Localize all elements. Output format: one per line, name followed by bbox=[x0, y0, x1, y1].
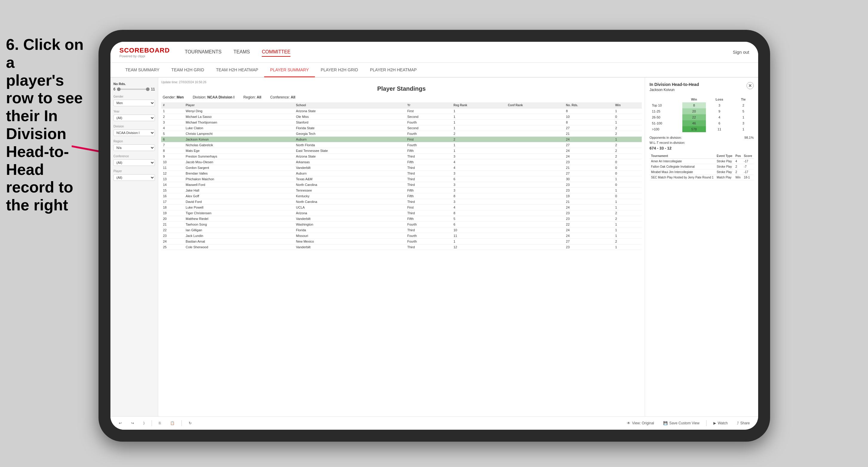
table-row[interactable]: 18 Luke Powell UCLA First 4 24 1 bbox=[161, 205, 642, 210]
table-row[interactable]: 2 Michael La Sasso Ole Miss Second 1 10 … bbox=[161, 114, 642, 120]
division-select[interactable]: NCAA Division I bbox=[114, 129, 155, 136]
filter-division: Division: NCAA Division I bbox=[193, 95, 235, 99]
no-rds-label: No Rds. bbox=[114, 82, 155, 86]
table-row[interactable]: 14 Maxwell Ford North Carolina Third 3 2… bbox=[161, 182, 642, 188]
table-row[interactable]: 6 Jackson Koivun Auburn First 2 24 1 bbox=[161, 137, 642, 142]
opponents-pct: 98.1% bbox=[744, 136, 754, 139]
copy-button[interactable]: ⎘ bbox=[156, 420, 163, 427]
list-item: SEC Match Play Hosted by Jerry Pate Roun… bbox=[650, 175, 754, 180]
share-button[interactable]: ⤴ Share bbox=[735, 420, 752, 427]
tourn-col-pos: Pos bbox=[734, 153, 742, 159]
list-item: Top 10 8 3 2 bbox=[650, 102, 754, 108]
table-row[interactable]: 7 Nicholas Gabrelcik North Florida Fourt… bbox=[161, 142, 642, 148]
gender-label: Gender bbox=[114, 95, 155, 98]
h2h-table: Win Loss Tie Top 10 8 3 2 11-25 20 9 5 2… bbox=[650, 96, 754, 132]
sign-out-button[interactable]: Sign out bbox=[733, 50, 749, 55]
wlt-record: 674 - 33 - 12 bbox=[650, 146, 754, 150]
year-label: Year bbox=[114, 110, 155, 113]
watch-button[interactable]: ▶ Watch bbox=[711, 420, 730, 427]
toolbar-sep-3 bbox=[706, 420, 707, 426]
tab-team-h2h-heatmap[interactable]: TEAM H2H HEATMAP bbox=[210, 63, 264, 77]
table-row[interactable]: 9 Preston Summerhays Arizona State Third… bbox=[161, 154, 642, 159]
table-row[interactable]: 17 David Ford North Carolina Third 3 21 … bbox=[161, 199, 642, 205]
col-win: Win bbox=[613, 102, 642, 108]
table-row[interactable]: 21 Taehoon Song Washington Fourth 6 22 1 bbox=[161, 222, 642, 227]
save-icon: 💾 bbox=[663, 421, 668, 425]
h2h-col-win: Win bbox=[682, 96, 706, 102]
undo-button[interactable]: ↩ bbox=[116, 420, 124, 427]
col-no-rds: No. Rds. bbox=[564, 102, 613, 108]
top-nav: SCOREBOARD Powered by clippi TOURNAMENTS… bbox=[111, 42, 758, 63]
save-custom-button[interactable]: 💾 Save Custom View bbox=[661, 420, 702, 427]
tourn-col-name: Tournament bbox=[650, 153, 715, 159]
toolbar-sep-1 bbox=[152, 420, 152, 426]
instruction-text: 6. Click on a player's row to see their … bbox=[0, 36, 95, 214]
conference-select[interactable]: (All) bbox=[114, 159, 155, 166]
nav-teams[interactable]: TEAMS bbox=[234, 48, 250, 57]
no-rds-slider[interactable] bbox=[117, 89, 150, 90]
player-select[interactable]: (All) bbox=[114, 174, 155, 181]
main-content: No Rds. 6 11 Gender Men Year (All) bbox=[111, 77, 758, 416]
table-row[interactable]: 24 Bastian Amat New Mexico Fourth 1 27 2 bbox=[161, 239, 642, 244]
sub-nav: TEAM SUMMARY TEAM H2H GRID TEAM H2H HEAT… bbox=[111, 63, 758, 77]
table-row[interactable]: 5 Christo Lamprecht Georgia Tech Fourth … bbox=[161, 131, 642, 137]
tablet-screen: SCOREBOARD Powered by clippi TOURNAMENTS… bbox=[111, 42, 758, 430]
year-select[interactable]: (All) bbox=[114, 115, 155, 121]
view-original-button[interactable]: 👁 View: Original bbox=[624, 420, 656, 427]
panel-title: Player Standings bbox=[161, 85, 642, 92]
list-item: Amer Ari Intercollegiate Stroke Play 4 -… bbox=[650, 159, 754, 164]
right-panel: In Division Head-to-Head Jackson Koivun … bbox=[645, 77, 758, 416]
sidebar: No Rds. 6 11 Gender Men Year (All) bbox=[111, 77, 158, 416]
table-row[interactable]: 23 Jack Lundin Missouri Fourth 11 24 1 bbox=[161, 233, 642, 239]
logo-sub: Powered by clippi bbox=[119, 54, 170, 58]
table-row[interactable]: 3 Michael Thorbjornsen Stanford Fourth 1… bbox=[161, 120, 642, 125]
tourn-col-score: Score bbox=[742, 153, 754, 159]
nav-tournaments[interactable]: TOURNAMENTS bbox=[185, 48, 221, 57]
table-row[interactable]: 15 Jake Hall Tennessee Fifth 3 23 1 bbox=[161, 188, 642, 193]
logo: SCOREBOARD bbox=[119, 46, 170, 54]
table-row[interactable]: 1 Wenyi Ding Arizona State First 1 8 1 bbox=[161, 108, 642, 114]
tourn-col-type: Event Type bbox=[715, 153, 734, 159]
table-row[interactable]: 25 Cole Sherwood Vanderbilt Third 12 23 … bbox=[161, 244, 642, 250]
no-rds-range: 6 11 bbox=[114, 87, 155, 91]
filter-row: Gender: Men Division: NCAA Division I Re… bbox=[161, 95, 642, 99]
tab-player-h2h-grid[interactable]: PLAYER H2H GRID bbox=[315, 63, 364, 77]
list-item: 51-100 46 6 3 bbox=[650, 120, 754, 126]
share-icon: ⤴ bbox=[737, 421, 739, 425]
table-row[interactable]: 12 Brendan Valles Auburn Third 3 27 0 bbox=[161, 171, 642, 176]
redo-button[interactable]: ↪ bbox=[129, 420, 136, 427]
tab-team-summary[interactable]: TEAM SUMMARY bbox=[119, 63, 165, 77]
col-conf-rank: Conf Rank bbox=[506, 102, 564, 108]
tournament-table: Tournament Event Type Pos Score Amer Ari… bbox=[650, 153, 754, 180]
close-button[interactable]: × bbox=[746, 82, 754, 89]
nav-committee[interactable]: COMMITTEE bbox=[262, 48, 290, 57]
region-select[interactable]: N/a bbox=[114, 145, 155, 151]
forward-button[interactable]: ⟩ bbox=[141, 420, 147, 427]
table-row[interactable]: 19 Tiger Christensen Arizona Third 8 23 … bbox=[161, 210, 642, 216]
paste-button[interactable]: 📋 bbox=[168, 420, 177, 427]
col-school: School bbox=[294, 102, 406, 108]
opponents-label: Opponents in division: bbox=[650, 136, 682, 139]
table-row[interactable]: 11 Gordon Sargent Vanderbilt Third 4 21 … bbox=[161, 165, 642, 171]
tab-team-h2h-grid[interactable]: TEAM H2H GRID bbox=[165, 63, 210, 77]
division-label: Division bbox=[114, 125, 155, 128]
refresh-button[interactable]: ↻ bbox=[186, 420, 194, 427]
watch-icon: ▶ bbox=[713, 421, 716, 425]
gender-select[interactable]: Men bbox=[114, 100, 155, 106]
list-item: 11-25 20 9 5 bbox=[650, 108, 754, 114]
conference-label: Conference bbox=[114, 155, 155, 158]
table-row[interactable]: 4 Luke Claton Florida State Second 1 27 … bbox=[161, 125, 642, 131]
table-row[interactable]: 20 Matthew Riedel Vanderbilt Fifth 5 23 … bbox=[161, 216, 642, 222]
logo-area: SCOREBOARD Powered by clippi bbox=[119, 46, 170, 58]
list-item: 26-50 22 4 1 bbox=[650, 114, 754, 120]
table-row[interactable]: 13 Phichaksn Maichon Texas A&M Third 6 3… bbox=[161, 176, 642, 182]
table-row[interactable]: 16 Alex Goff Kentucky Fifth 8 19 0 bbox=[161, 193, 642, 199]
list-item: >100 578 11 1 bbox=[650, 126, 754, 132]
opponents-row: Opponents in division: 98.1% bbox=[650, 136, 754, 139]
col-yr: Yr bbox=[405, 102, 452, 108]
tab-player-summary[interactable]: PLAYER SUMMARY bbox=[264, 63, 315, 77]
tab-player-h2h-heatmap[interactable]: PLAYER H2H HEATMAP bbox=[364, 63, 423, 77]
table-row[interactable]: 22 Ian Gilligan Florida Third 10 24 1 bbox=[161, 227, 642, 233]
table-row[interactable]: 10 Jacob Mou-Olesen Arkansas Fifth 4 23 … bbox=[161, 159, 642, 165]
table-row[interactable]: 8 Mats Ege East Tennessee State Fifth 1 … bbox=[161, 148, 642, 154]
